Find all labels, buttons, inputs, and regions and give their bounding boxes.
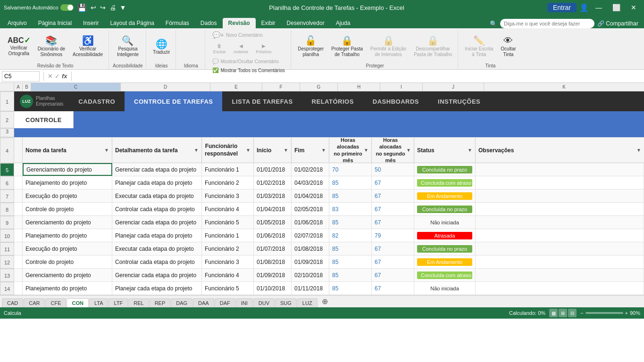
table-row[interactable]: 8Controle do projetoControlar cada etapa… xyxy=(0,203,644,216)
descompartilhar-btn[interactable]: 🔒 DescompartilharPasta de Trabalho xyxy=(411,34,455,59)
filter-horas1-icon[interactable]: ▼ xyxy=(364,147,368,153)
sheet-tab-luz[interactable]: LUZ xyxy=(297,298,318,307)
name-box[interactable] xyxy=(2,71,40,82)
tab-layout[interactable]: Layout da Página xyxy=(104,18,159,28)
col-g: G xyxy=(300,83,338,91)
filter-fim-icon[interactable]: ▼ xyxy=(321,148,326,153)
pesquisa-inteligente-btn[interactable]: 🔍 PesquisaInteligente xyxy=(114,34,142,59)
sheet-tab-daf[interactable]: DAF xyxy=(215,298,235,307)
zoom-slider[interactable] xyxy=(585,312,623,314)
view-buttons: ▦ ⊞ ⊟ xyxy=(549,309,577,317)
nav-item-cadastro[interactable]: CADASTRO xyxy=(69,91,125,111)
confirm-formula-icon[interactable]: ✓ xyxy=(55,73,60,80)
table-cell: 01/07/2018 xyxy=(254,242,292,255)
table-row[interactable]: 6Planejamento do projetoPlanejar cada et… xyxy=(0,176,644,189)
restore-button[interactable]: ⬜ xyxy=(609,3,624,12)
tab-pagina-inicial[interactable]: Página Inicial xyxy=(33,18,77,28)
table-cell: Funcionário 4 xyxy=(202,269,254,281)
table-row[interactable]: 5Gerenciamento do projetoGerenciar cada … xyxy=(0,163,644,176)
col-b: B xyxy=(23,83,31,91)
save-icon[interactable]: 💾 xyxy=(77,3,87,12)
tab-exibir[interactable]: Exibir xyxy=(256,18,281,28)
sheet-tab-dag[interactable]: DAG xyxy=(171,298,192,307)
nav-item-controle-tarefas[interactable]: CONTROLE DE TAREFAS xyxy=(125,91,222,111)
normal-view-btn[interactable]: ▦ xyxy=(549,309,558,317)
zoom-in-btn[interactable]: + xyxy=(625,310,628,316)
proteger-pasta-btn[interactable]: 🔒 Proteger Pastade Trabalho xyxy=(328,34,366,59)
table-row[interactable]: 12Controle do projetoControlar cada etap… xyxy=(0,255,644,269)
tab-ajuda[interactable]: Ajuda xyxy=(330,18,356,28)
zoom-out-btn[interactable]: − xyxy=(580,310,583,316)
filter-detalhamento-icon[interactable]: ▼ xyxy=(194,148,199,153)
verificar-ortografia-btn[interactable]: ABC✓ VerificarOrtografia xyxy=(5,35,33,58)
sheet-tab-rel[interactable]: REL xyxy=(128,298,149,307)
add-sheet-btn[interactable]: ⊕ xyxy=(318,296,332,307)
nav-item-lista-tarefas[interactable]: LISTA DE TAREFAS xyxy=(222,91,302,111)
login-button[interactable]: Entrar xyxy=(547,3,577,12)
traduzir-btn[interactable]: 🌐 Traduzir xyxy=(150,37,173,57)
permitir-edicao-btn[interactable]: 🔒 Permitir a Ediçãode Intervalos xyxy=(368,34,409,59)
sheet-tab-duv[interactable]: DUV xyxy=(253,298,275,307)
redo-icon[interactable]: ↪ xyxy=(100,4,106,11)
sheet-tab-ini[interactable]: INI xyxy=(236,298,253,307)
table-cell: 01/08/2018 xyxy=(254,255,292,268)
filter-nome-icon[interactable]: ▼ xyxy=(104,148,109,153)
sheet-tab-ltf[interactable]: LTF xyxy=(109,298,128,307)
dicionario-btn[interactable]: 📚 Dicionário deSinônimos xyxy=(35,34,68,59)
sheet-tab-daa[interactable]: DAA xyxy=(193,298,214,307)
nav-item-dashboards[interactable]: DASHBOARDS xyxy=(363,91,428,111)
ocultar-tinta-btn[interactable]: 👁 OcultarTinta xyxy=(498,34,519,59)
desproteger-planilha-btn[interactable]: 🔓 Desprotegerplanilha xyxy=(295,34,326,59)
ribbon-search-input[interactable] xyxy=(500,19,594,28)
nav-item-instrucoes[interactable]: INSTRUÇÕES xyxy=(428,91,490,111)
insert-function-icon[interactable]: fx xyxy=(62,73,67,80)
filter-inicio-icon[interactable]: ▼ xyxy=(284,148,288,153)
table-row[interactable]: 10Planejamento do projetoPlanejar cada e… xyxy=(0,229,644,242)
table-row[interactable]: 14Planejamento do projetoPlanejar cada e… xyxy=(0,282,644,295)
table-cell: 01/06/2018 xyxy=(254,229,292,242)
page-break-view-btn[interactable]: ⊟ xyxy=(568,309,577,317)
sheet-tab-car[interactable]: CAR xyxy=(24,298,45,307)
page-layout-view-btn[interactable]: ⊞ xyxy=(559,309,567,317)
tab-arquivo[interactable]: Arquivo xyxy=(2,18,33,28)
tab-revisao[interactable]: Revisão xyxy=(223,18,256,28)
minimize-button[interactable]: — xyxy=(592,3,606,12)
share-btn[interactable]: 🔗 Compartilhar xyxy=(597,20,638,27)
sheet-tab-cad[interactable]: CAD xyxy=(2,298,23,307)
proximo-btn[interactable]: ▶ Próximo xyxy=(253,41,274,56)
filter-observacoes-icon[interactable]: ▼ xyxy=(636,148,641,153)
table-row[interactable]: 7Execução do projetoExecutar cada etapa … xyxy=(0,189,644,203)
filter-funcionario-icon[interactable]: ▼ xyxy=(246,147,251,153)
tab-inserir[interactable]: Inserir xyxy=(77,18,104,28)
autosave-toggle[interactable] xyxy=(60,4,74,11)
table-cell: Execução do projeto xyxy=(23,242,112,255)
sheet-tab-con[interactable]: CON xyxy=(67,298,88,308)
sheet-tab-lta[interactable]: LTA xyxy=(89,298,109,307)
table-row[interactable]: 13Gerenciamento do projetoGerenciar cada… xyxy=(0,269,644,282)
table-row[interactable]: 11Execução do projetoExecutar cada etapa… xyxy=(0,242,644,255)
tab-dados[interactable]: Dados xyxy=(195,18,223,28)
filter-horas2-icon[interactable]: ▼ xyxy=(406,147,411,153)
tab-desenvolvedor[interactable]: Desenvolvedor xyxy=(281,18,330,28)
close-button[interactable]: ✕ xyxy=(627,3,640,12)
iniciar-escrita-btn[interactable]: ✏️ Iniciar Escritaà Tinta xyxy=(462,34,496,59)
verificar-acessibilidade-btn[interactable]: ♿ VerificarAcessibilidade xyxy=(70,34,106,59)
sub-nav-controle[interactable]: CONTROLE xyxy=(14,111,74,128)
sheet-tab-sug[interactable]: SUG xyxy=(275,298,297,307)
customize-icon[interactable]: ▼ xyxy=(120,4,126,11)
print-icon[interactable]: 🖨 xyxy=(109,4,116,11)
mostrar-ocultar-comentario-btn[interactable]: 💬 Mostrar/Ocultar Comentário xyxy=(210,58,281,65)
tab-formulas[interactable]: Fórmulas xyxy=(160,18,195,28)
formula-input[interactable]: Gerenciamento do projeto xyxy=(75,73,642,80)
nav-item-relatorios[interactable]: RELATÓRIOS xyxy=(302,91,363,111)
novo-comentario-btn[interactable]: 💬+ Novo Comentário xyxy=(210,30,265,40)
excluir-comentario-btn[interactable]: 🗑 Excluir xyxy=(210,41,229,56)
sheet-tab-rep[interactable]: REP xyxy=(150,298,171,307)
formula-icons: ✕ ✓ fx xyxy=(48,73,67,80)
cancel-formula-icon[interactable]: ✕ xyxy=(48,73,53,80)
table-row[interactable]: 9Gerenciamento do projetoGerenciar cada … xyxy=(0,216,644,229)
sheet-tab-cfe[interactable]: CFE xyxy=(45,298,66,307)
anterior-btn[interactable]: ◀ Anterior xyxy=(231,41,251,56)
undo-icon[interactable]: ↩ xyxy=(91,4,96,11)
filter-status-icon[interactable]: ▼ xyxy=(468,148,472,153)
